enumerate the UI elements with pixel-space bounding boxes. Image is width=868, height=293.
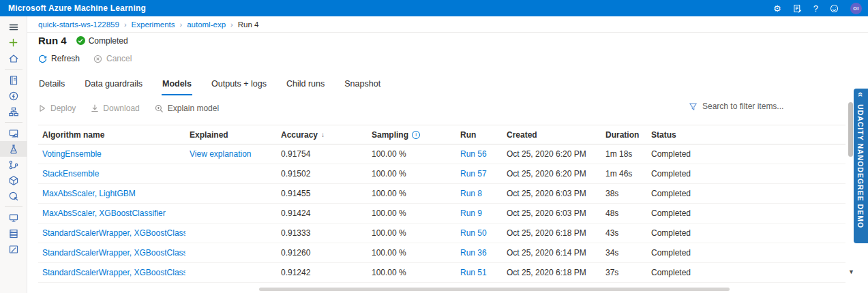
column-header-status[interactable]: Status: [647, 130, 845, 140]
run-link[interactable]: Run 50: [460, 228, 487, 238]
column-header-sampling[interactable]: Samplingi: [368, 130, 456, 140]
breadcrumb-workspace[interactable]: quick-starts-ws-122859: [38, 20, 119, 29]
sidebar-item-datasets[interactable]: [0, 125, 27, 141]
chevron-right-icon: ›: [179, 20, 182, 29]
column-header-algorithm-name[interactable]: Algorithm name: [38, 130, 185, 140]
algorithm-link[interactable]: MaxAbsScaler, LightGBM: [42, 189, 136, 198]
sidebar-item-pipelines[interactable]: [0, 157, 27, 172]
sidebar-item-endpoints[interactable]: [0, 188, 27, 204]
accuracy-cell: 0.91754: [277, 149, 368, 159]
refresh-button[interactable]: Refresh: [38, 54, 80, 63]
table-row[interactable]: VotingEnsemble View explanation 0.91754 …: [38, 144, 845, 164]
algorithm-link[interactable]: VotingEnsemble: [42, 149, 102, 159]
collapse-chevron-icon[interactable]: «: [856, 92, 866, 97]
column-header-run[interactable]: Run: [456, 130, 503, 140]
notes-icon[interactable]: [793, 4, 802, 13]
sidebar-item-datastores[interactable]: [0, 226, 27, 241]
table-row[interactable]: StandardScalerWrapper, XGBoostClassifier…: [38, 243, 845, 263]
run-link[interactable]: Run 51: [460, 268, 487, 277]
table-row[interactable]: StackEnsemble 0.91502 100.00 % Run 57 Oc…: [38, 164, 845, 184]
feedback-smiley-icon[interactable]: [830, 4, 839, 13]
sidebar-item-notebooks[interactable]: [0, 72, 27, 88]
tab-models[interactable]: Models: [162, 76, 192, 95]
sidebar-item-models[interactable]: [0, 172, 27, 188]
breadcrumb-current-run: Run 4: [238, 20, 259, 29]
filter-funnel-icon: [689, 102, 698, 111]
algorithm-link[interactable]: StandardScalerWrapper, XGBoostClassifier: [42, 228, 185, 238]
sidebar-item-designer[interactable]: [0, 104, 27, 119]
chevron-right-icon: ›: [124, 20, 127, 29]
created-cell: Oct 25, 2020 6:14 PM: [503, 248, 601, 258]
column-header-duration[interactable]: Duration: [601, 130, 647, 140]
cancel-button[interactable]: Cancel: [93, 54, 132, 63]
run-link[interactable]: Run 8: [460, 189, 482, 198]
download-icon: [91, 104, 99, 112]
scrollbar-down-arrow[interactable]: ▼: [848, 268, 854, 275]
download-button[interactable]: Download: [91, 104, 139, 113]
algorithm-link[interactable]: MaxAbsScaler, XGBoostClassifier: [42, 209, 166, 218]
sidebar-item-data-labeling[interactable]: [0, 241, 27, 257]
models-command-bar: Deploy Download Explain model: [38, 101, 868, 116]
status-cell: Completed: [647, 189, 845, 198]
created-cell: Oct 25, 2020 6:18 PM: [503, 228, 601, 238]
info-icon[interactable]: i: [412, 131, 420, 139]
accuracy-cell: 0.91424: [277, 209, 368, 218]
cancel-icon: [93, 55, 102, 63]
created-cell: Oct 25, 2020 6:18 PM: [503, 268, 601, 277]
column-header-accuracy[interactable]: Accuracy↓: [277, 130, 368, 140]
run-detail-tabs: Details Data guardrails Models Outputs +…: [38, 76, 381, 95]
accuracy-cell: 0.91260: [277, 248, 368, 258]
algorithm-link[interactable]: StandardScalerWrapper, XGBoostClassifier: [42, 248, 185, 258]
tab-child-runs[interactable]: Child runs: [286, 76, 325, 95]
sidebar-divider: [5, 122, 23, 123]
new-plus-icon[interactable]: [0, 35, 27, 50]
status-cell: Completed: [647, 169, 845, 179]
hamburger-menu-icon[interactable]: [0, 19, 27, 35]
models-table: Algorithm name Explained Accuracy↓ Sampl…: [38, 125, 845, 283]
algorithm-link[interactable]: StackEnsemble: [42, 169, 99, 179]
vertical-scrollbar-thumb[interactable]: [848, 102, 853, 157]
table-row[interactable]: StandardScalerWrapper, XGBoostClassifier…: [38, 263, 845, 283]
sidebar-divider: [5, 69, 23, 70]
tab-outputs-logs[interactable]: Outputs + logs: [211, 76, 267, 95]
search-input[interactable]: [702, 102, 791, 111]
help-icon[interactable]: ?: [813, 4, 818, 13]
run-link[interactable]: Run 56: [460, 149, 487, 159]
table-row[interactable]: StandardScalerWrapper, XGBoostClassifier…: [38, 223, 845, 243]
sidebar-item-compute[interactable]: [0, 210, 27, 226]
home-icon[interactable]: [0, 50, 27, 66]
table-row[interactable]: MaxAbsScaler, LightGBM 0.91455 100.00 % …: [38, 184, 845, 204]
refresh-icon: [38, 55, 47, 63]
page-title: Run 4: [38, 35, 67, 46]
filter-search-box: [689, 102, 791, 111]
sampling-cell: 100.00 %: [368, 209, 456, 218]
breadcrumb: quick-starts-ws-122859 › Experiments › a…: [27, 16, 868, 33]
run-link[interactable]: Run 57: [460, 169, 487, 179]
duration-cell: 34s: [601, 248, 647, 258]
user-avatar[interactable]: OI: [850, 3, 862, 14]
tab-snapshot[interactable]: Snapshot: [344, 76, 381, 95]
run-link[interactable]: Run 9: [460, 209, 482, 218]
table-row[interactable]: MaxAbsScaler, XGBoostClassifier 0.91424 …: [38, 204, 845, 223]
created-cell: Oct 25, 2020 6:20 PM: [503, 149, 601, 159]
settings-gear-icon[interactable]: ⚙: [773, 4, 781, 13]
sidebar-item-automated-ml[interactable]: [0, 88, 27, 104]
tab-data-guardrails[interactable]: Data guardrails: [84, 76, 143, 95]
deploy-button[interactable]: Deploy: [38, 104, 76, 113]
tab-details[interactable]: Details: [38, 76, 65, 95]
deploy-play-icon: [38, 104, 46, 112]
explain-model-button[interactable]: Explain model: [155, 104, 219, 113]
breadcrumb-experiments[interactable]: Experiments: [132, 20, 175, 29]
app-title: Microsoft Azure Machine Learning: [8, 3, 146, 13]
sidebar-item-experiments[interactable]: [0, 141, 27, 157]
algorithm-link[interactable]: StandardScalerWrapper, XGBoostClassifier: [42, 268, 185, 277]
breadcrumb-experiment-name[interactable]: automl-exp: [187, 20, 226, 29]
demo-side-banner[interactable]: « UDACITY NANODEGREE DEMO: [854, 89, 868, 243]
horizontal-scrollbar-thumb[interactable]: [259, 288, 730, 291]
view-explanation-link[interactable]: View explanation: [190, 149, 252, 159]
run-link[interactable]: Run 36: [460, 248, 487, 258]
created-cell: Oct 25, 2020 6:03 PM: [503, 189, 601, 198]
sampling-cell: 100.00 %: [368, 228, 456, 238]
column-header-explained[interactable]: Explained: [185, 130, 277, 140]
column-header-created[interactable]: Created: [503, 130, 601, 140]
